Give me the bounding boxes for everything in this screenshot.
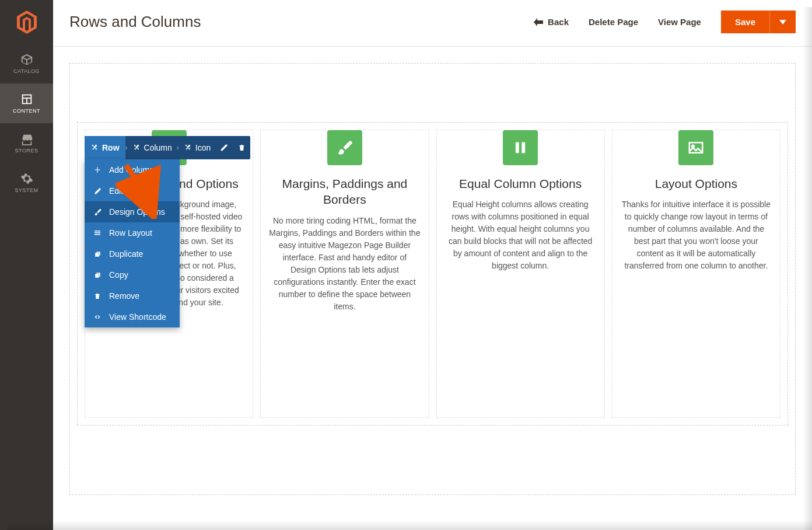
column-desc: No more tiring coding HTML, format the M… (261, 215, 428, 313)
menu-remove[interactable]: Remove (85, 285, 180, 306)
delete-page-button[interactable]: Delete Page (589, 17, 638, 27)
element-breadcrumb: Row › Column › Icon (85, 136, 250, 159)
menu-edit[interactable]: Edit (85, 180, 180, 201)
breadcrumb-edit[interactable] (215, 136, 233, 159)
admin-sidebar: CATALOG CONTENT STORES SYSTEM (0, 0, 53, 530)
row-context-menu: Add Column Edit Design Options Row Layou… (85, 159, 180, 327)
menu-add-column[interactable]: Add Column (85, 159, 180, 180)
save-button-group: Save (721, 11, 796, 33)
svg-rect-1 (522, 142, 525, 154)
breadcrumb-icon[interactable]: Icon (179, 143, 215, 152)
feature-icon-box (503, 130, 538, 165)
pencil-icon (93, 187, 102, 195)
menu-row-layout[interactable]: Row Layout (85, 222, 180, 243)
magento-logo[interactable] (0, 0, 53, 44)
trash-icon (93, 292, 102, 300)
nav-label: SYSTEM (15, 187, 38, 193)
menu-copy[interactable]: Copy (85, 264, 180, 285)
svg-rect-6 (94, 234, 100, 235)
builder-column[interactable]: Equal Column Options Equal Height column… (436, 130, 605, 418)
back-label: Back (548, 17, 569, 27)
caret-down-icon (779, 20, 786, 25)
feature-icon-box (327, 130, 362, 165)
breadcrumb-delete[interactable] (233, 136, 250, 159)
column-desc: Thanks for intuitive interface it is pos… (612, 198, 780, 272)
brush-icon (93, 208, 102, 216)
nav-label: STORES (15, 148, 38, 154)
nav-system[interactable]: SYSTEM (0, 163, 53, 203)
column-title: Layout Options (648, 176, 744, 191)
column-desc: Equal Height columns allows creating row… (437, 198, 604, 272)
view-page-button[interactable]: View Page (658, 17, 701, 27)
nav-label: CONTENT (13, 108, 40, 114)
save-dropdown-toggle[interactable] (769, 11, 796, 33)
duplicate-icon (93, 250, 102, 258)
menu-view-shortcode[interactable]: View Shortcode (85, 306, 180, 327)
svg-rect-5 (94, 232, 100, 233)
code-icon (93, 313, 102, 320)
nav-label: CATALOG (13, 68, 40, 74)
move-icon (90, 144, 99, 152)
breadcrumb-column[interactable]: Column (128, 143, 177, 152)
header-actions: Back Delete Page View Page Save (534, 11, 796, 33)
column-title: Margins, Paddings and Borders (261, 176, 428, 208)
back-button[interactable]: Back (534, 17, 569, 27)
nav-catalog[interactable]: CATALOG (0, 44, 53, 83)
builder-column[interactable]: Layout Options Thanks for intuitive inte… (612, 130, 780, 418)
plus-icon (93, 166, 102, 174)
svg-rect-4 (94, 231, 100, 232)
image-icon (687, 139, 705, 156)
column-title: Equal Column Options (452, 176, 589, 191)
move-icon (132, 144, 141, 152)
builder-row[interactable]: Row Background Options Select the type o… (77, 122, 788, 426)
nav-stores[interactable]: STORES (0, 123, 53, 163)
save-button[interactable]: Save (721, 11, 769, 33)
pencil-icon (220, 144, 228, 152)
menu-design-options[interactable]: Design Options (85, 201, 180, 222)
menu-duplicate[interactable]: Duplicate (85, 243, 180, 264)
pause-icon (512, 140, 528, 156)
move-icon (184, 144, 192, 152)
brush-icon (337, 140, 353, 156)
svg-rect-0 (516, 142, 519, 154)
breadcrumb-row[interactable]: Row (85, 136, 125, 159)
page-title: Rows and Columns (69, 13, 201, 31)
feature-icon-box (678, 130, 713, 165)
page-header: Rows and Columns Back Delete Page View P… (53, 0, 812, 47)
trash-icon (238, 144, 246, 152)
nav-content[interactable]: CONTENT (0, 83, 53, 123)
copy-icon (93, 271, 102, 279)
builder-column[interactable]: Margins, Paddings and Borders No more ti… (260, 130, 429, 418)
layout-icon (93, 229, 102, 236)
